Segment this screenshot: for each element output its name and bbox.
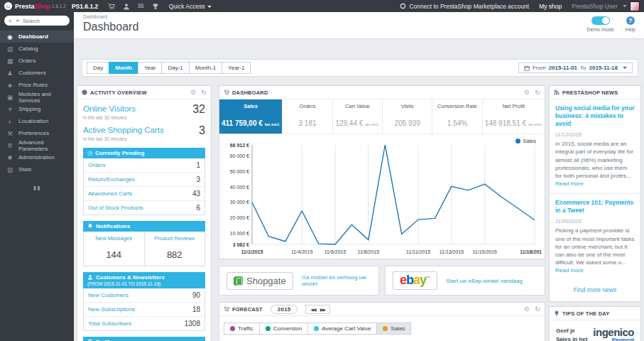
range-day-button[interactable]: Day <box>87 62 109 74</box>
kpi-tab-sales[interactable]: Sales 411 759,00 € tax excl. <box>219 99 283 134</box>
collapse-menu-icon[interactable]: ▮▮ <box>0 185 74 191</box>
sidebar-item-shipping[interactable]: ✈Shipping <box>0 103 74 115</box>
range-year-1-button[interactable]: Year-1 <box>222 62 251 74</box>
legend-dot-icon <box>515 139 520 144</box>
news-headline[interactable]: Ecommerce 101: Payments in a Tweet <box>555 199 635 215</box>
forward-icon[interactable]: ▶▶ <box>320 307 325 312</box>
brand-version: 1.6.1.2 <box>52 4 66 9</box>
sidebar-item-dashboard[interactable]: ◉Dashboard <box>0 31 74 43</box>
catalog-icon: ▤ <box>6 45 13 53</box>
gear-icon[interactable]: ⚙ <box>190 90 196 96</box>
refresh-icon[interactable]: ↻ <box>535 306 540 313</box>
sidebar-item-price-rules[interactable]: ◈Price Rules <box>0 79 74 91</box>
page-header: Dashboard Dashboard Demo mode ? Help <box>74 12 644 39</box>
sidebar-item-preferences[interactable]: ⚒Preferences <box>0 127 74 139</box>
sidebar-item-advanced-parameters[interactable]: ⚙Advanced Parameters <box>0 139 74 151</box>
range-month-1-button[interactable]: Month-1 <box>189 62 222 74</box>
sales-chart-area: Sales 3 082 €10 000 €20 000 €30 000 €40 … <box>219 134 545 259</box>
gear-icon[interactable]: ⚙ <box>524 306 530 313</box>
refresh-icon[interactable]: ↻ <box>201 90 207 96</box>
legend-dot-icon <box>230 326 235 331</box>
user-menu[interactable]: PrestaShop User <box>572 1 640 11</box>
online-visitors-link[interactable]: Online Visitors <box>83 104 136 113</box>
breadcrumb[interactable]: Dashboard <box>83 14 107 19</box>
sidebar-item-modules[interactable]: ▣Modules and Services <box>0 91 74 103</box>
kpi-tab-visits[interactable]: Visits 205 939 <box>383 99 432 134</box>
user-icon <box>87 274 93 281</box>
help-icon[interactable]: ? <box>626 16 635 25</box>
dashboard-icon: ◉ <box>6 33 13 40</box>
active-carts-link[interactable]: Active Shopping Carts <box>83 126 164 134</box>
notifications-section: Notifications New Messages 144 Product R… <box>83 221 205 266</box>
refresh-icon[interactable]: ↻ <box>535 90 540 96</box>
ebay-link[interactable]: Start uw eBay-winkel vandaag <box>446 278 523 284</box>
kpi-tab-cart-value[interactable]: Cart Value 129,44 € tax excl. <box>333 99 383 134</box>
rss-icon <box>554 90 560 95</box>
svg-text:3 082 €: 3 082 € <box>233 242 249 247</box>
news-date: 11/05/2015 <box>555 218 635 224</box>
date-range-toolbar: Day Month Year Day-1 Month-1 Year-1 From… <box>82 59 638 77</box>
search-input[interactable] <box>21 17 65 25</box>
brand-name[interactable]: PrestaShop <box>15 3 50 10</box>
caret-down-icon[interactable] <box>16 20 20 21</box>
kpi-tab-orders[interactable]: Orders 3 181 <box>283 99 332 134</box>
tips-of-the-day-panel: TIPS OF THE DAY Geef je Sales in het bui… <box>549 306 641 341</box>
mail-icon[interactable]: ✉ <box>138 3 143 10</box>
cart-icon[interactable] <box>108 3 115 10</box>
read-more-link[interactable]: Read more <box>555 267 584 274</box>
search-icon <box>9 18 12 23</box>
sidebar-nav: ◉Dashboard ▤Catalog ▦Orders ♟Customers ◈… <box>0 31 74 175</box>
trophy-icon[interactable] <box>152 3 159 10</box>
sidebar-item-catalog[interactable]: ▤Catalog <box>0 43 74 55</box>
gear-icon[interactable]: ⚙ <box>524 90 530 96</box>
quick-access-menu[interactable]: Quick Access <box>169 3 212 10</box>
employees-icon[interactable] <box>123 3 130 10</box>
read-more-link[interactable]: Read more <box>555 180 584 187</box>
legend-conversion[interactable]: Conversion <box>259 323 308 335</box>
forecast-nav: ◀◀ ▶▶ <box>305 305 329 314</box>
shopgate-banner: Shopgate Ga mobiel en verhoog uw omzet <box>219 266 379 296</box>
svg-text:11/13/2015: 11/13/2015 <box>440 249 464 254</box>
range-month-button[interactable]: Month <box>109 62 138 74</box>
orders-icon: ▦ <box>6 58 13 65</box>
svg-text:50 000 €: 50 000 € <box>230 169 249 174</box>
new-messages-link[interactable]: New Messages <box>85 235 143 242</box>
forecast-year: 2015 <box>271 305 298 314</box>
to-date: 2015-11-18 <box>589 65 618 71</box>
range-year-button[interactable]: Year <box>138 62 162 74</box>
legend-average-cart-value[interactable]: Average Cart Value <box>307 323 377 335</box>
localization-icon: ◐ <box>6 118 13 125</box>
marketplace-link[interactable]: Connect to PrestaShop Marketplace accoun… <box>400 3 529 10</box>
clock-icon: ◷ <box>87 150 92 156</box>
kpi-tab-conversion-rate[interactable]: Conversion Rate 1.54% <box>432 99 482 134</box>
svg-text:11/4/2015: 11/4/2015 <box>291 249 313 254</box>
prestashop-logo-icon[interactable] <box>4 2 12 10</box>
date-range-picker[interactable]: From 2015-11-01 To 2015-11-18 <box>518 63 633 73</box>
sidebar-item-orders[interactable]: ▦Orders <box>0 55 74 67</box>
demo-mode-toggle[interactable] <box>591 16 610 25</box>
news-headline[interactable]: Using social media for your business: 4 … <box>555 104 635 128</box>
backward-icon[interactable]: ◀◀ <box>310 307 315 312</box>
pending-row-orders: Orders1 <box>84 158 204 173</box>
range-day-1-button[interactable]: Day-1 <box>161 62 189 74</box>
my-shop-link[interactable]: My shop <box>539 3 562 10</box>
from-date: 2015-11-01 <box>549 65 577 71</box>
sidebar-item-customers[interactable]: ♟Customers <box>0 67 74 79</box>
sidebar-item-localization[interactable]: ◐Localization <box>0 115 74 127</box>
legend-dot-icon <box>383 326 388 331</box>
find-more-news-link[interactable]: Find more news <box>550 280 640 301</box>
marketplace-icon <box>400 3 406 9</box>
sidebar-item-stats[interactable]: ▥Stats <box>0 163 74 175</box>
ingenico-logo[interactable]: ingenico Payment services <box>593 327 634 341</box>
kpi-tab-net-profit[interactable]: Net Profit 148 918,51 € tax excl. <box>483 99 545 134</box>
sidebar: ◉Dashboard ▤Catalog ▦Orders ♟Customers ◈… <box>0 12 74 341</box>
shopgate-link[interactable]: Ga mobiel en verhoog uw omzet <box>302 274 371 287</box>
product-reviews-link[interactable]: Product Reviews <box>146 235 204 242</box>
svg-text:11/15/2015: 11/15/2015 <box>473 249 498 254</box>
legend-traffic[interactable]: Traffic <box>224 323 260 335</box>
advanced-parameters-icon: ⚙ <box>6 142 13 149</box>
legend-sales[interactable]: Sales <box>376 323 411 335</box>
chart-legend[interactable]: Sales <box>515 138 536 144</box>
svg-text:30 000 €: 30 000 € <box>230 200 249 205</box>
sidebar-item-administration[interactable]: ✱Administration <box>0 151 74 163</box>
